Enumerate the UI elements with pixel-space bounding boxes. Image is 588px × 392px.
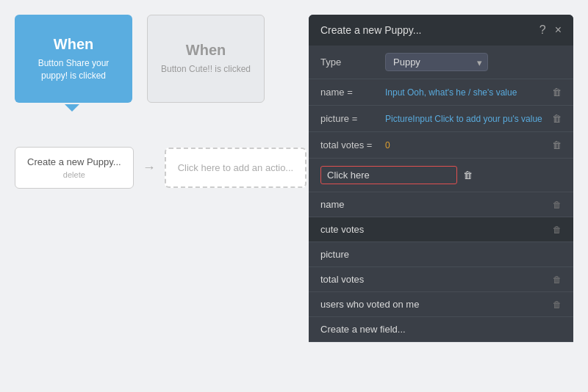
- dropdown-total-votes-trash[interactable]: 🗑: [553, 275, 562, 285]
- total-votes-field-row: total votes = 0 🗑: [309, 132, 573, 159]
- total-votes-value: 0: [385, 140, 546, 150]
- name-field-value: Input Ooh, what's he / she's value: [385, 87, 546, 98]
- dropdown-name-label: name: [320, 199, 553, 210]
- when-block-1-subtitle: Button Share your puppy! is clicked: [24, 57, 123, 82]
- field-selector-input[interactable]: [320, 166, 457, 184]
- picture-field-value: PictureInput Click to add your pu's valu…: [385, 114, 546, 124]
- help-icon[interactable]: ?: [539, 23, 546, 37]
- dropdown-item-create-field[interactable]: Create a new field...: [309, 317, 573, 342]
- dropdown-picture-label: picture: [320, 249, 562, 260]
- dropdown-users-voted-label: users who voted on me: [320, 299, 553, 310]
- dropdown-item-name[interactable]: name 🗑: [309, 192, 573, 217]
- dropdown-users-voted-trash[interactable]: 🗑: [553, 300, 562, 310]
- dropdown-name-trash[interactable]: 🗑: [553, 200, 562, 210]
- name-field-label: name =: [320, 87, 379, 98]
- when-block-1-title: When: [54, 36, 93, 53]
- create-puppy-modal: Create a new Puppy... ? × Type Puppy nam…: [309, 15, 573, 342]
- dropdown-create-field-label: Create a new field...: [320, 324, 562, 335]
- dropdown-cute-votes-label: cute votes: [320, 224, 553, 235]
- when-block-1[interactable]: When Button Share your puppy! is clicked: [15, 15, 132, 103]
- modal-header-icons: ? ×: [539, 23, 562, 37]
- picture-field-label: picture =: [320, 113, 379, 124]
- dropdown-total-votes-label: total votes: [320, 274, 553, 285]
- action-row: Create a new Puppy... delete → Click her…: [15, 147, 306, 189]
- delete-link[interactable]: delete: [27, 170, 121, 179]
- total-votes-label: total votes =: [320, 139, 379, 150]
- dropdown-cute-votes-trash[interactable]: 🗑: [553, 225, 562, 235]
- create-puppy-label: Create a new Puppy...: [27, 156, 121, 167]
- canvas: When Button Share your puppy! is clicked…: [0, 0, 588, 392]
- add-action-label: Click here to add an actio...: [178, 162, 294, 173]
- picture-field-row: picture = PictureInput Click to add your…: [309, 106, 573, 132]
- modal-header: Create a new Puppy... ? ×: [309, 15, 573, 46]
- arrow-right-icon: →: [143, 160, 156, 175]
- modal-title: Create a new Puppy...: [320, 24, 421, 36]
- type-select-wrapper[interactable]: Puppy: [385, 53, 488, 71]
- when-block-2[interactable]: When Button Cute!! is clicked: [147, 15, 265, 103]
- dropdown-item-picture[interactable]: picture: [309, 242, 573, 267]
- field-selector-trash[interactable]: 🗑: [463, 170, 473, 181]
- triangle-indicator: [65, 104, 79, 112]
- dropdown-item-users-voted[interactable]: users who voted on me 🗑: [309, 292, 573, 317]
- name-field-trash[interactable]: 🗑: [552, 87, 562, 98]
- add-action-block[interactable]: Click here to add an actio...: [165, 148, 307, 188]
- type-select[interactable]: Puppy: [385, 53, 488, 71]
- name-field-row: name = Input Ooh, what's he / she's valu…: [309, 79, 573, 106]
- picture-field-trash[interactable]: 🗑: [552, 113, 562, 124]
- type-label: Type: [320, 57, 379, 68]
- field-selector-row: 🗑: [309, 159, 573, 192]
- field-dropdown-menu: name 🗑 cute votes 🗑 picture total votes …: [309, 192, 573, 342]
- dropdown-item-cute-votes[interactable]: cute votes 🗑: [309, 217, 573, 242]
- when-block-2-title: When: [186, 42, 226, 59]
- dropdown-item-total-votes[interactable]: total votes 🗑: [309, 267, 573, 292]
- close-icon[interactable]: ×: [555, 23, 562, 37]
- total-votes-trash[interactable]: 🗑: [552, 139, 562, 150]
- create-puppy-block[interactable]: Create a new Puppy... delete: [15, 147, 134, 189]
- when-block-2-subtitle: Button Cute!! is clicked: [161, 63, 251, 76]
- type-row: Type Puppy: [309, 46, 573, 79]
